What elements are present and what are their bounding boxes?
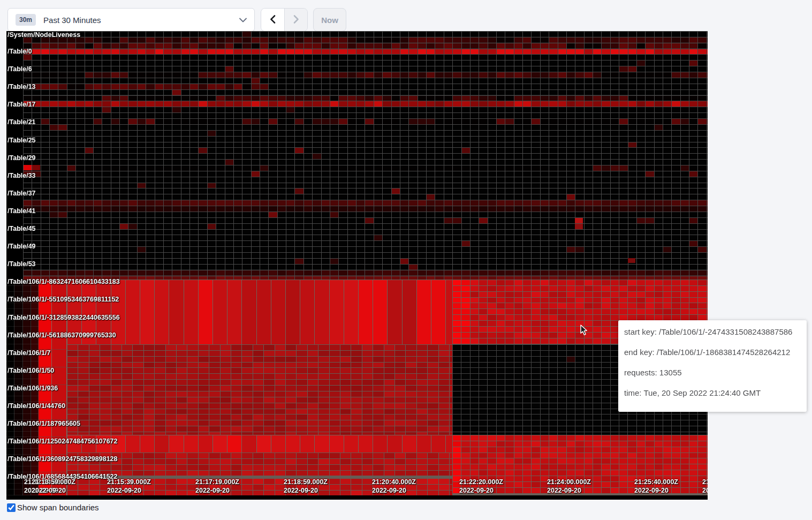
prev-time-button[interactable] (261, 9, 284, 31)
now-button[interactable]: Now (313, 8, 346, 32)
tooltip-end-key: end key: /Table/106/1/-18683814745282642… (624, 348, 801, 357)
chevron-left-icon (269, 14, 277, 26)
time-range-select[interactable]: 30m Past 30 Minutes (7, 8, 255, 32)
tooltip-start-key: start key: /Table/106/1/-247433150824388… (624, 327, 801, 336)
time-range-badge: 30m (16, 14, 36, 26)
show-span-boundaries-checkbox[interactable] (7, 503, 16, 512)
tooltip-time: time: Tue, 20 Sep 2022 21:24:40 GMT (624, 388, 801, 397)
show-span-boundaries-label: Show span boundaries (17, 503, 99, 512)
footer-controls: Show span boundaries (7, 503, 99, 512)
heatmap-canvas[interactable] (6, 31, 708, 500)
chevron-right-icon (292, 14, 300, 26)
time-range-label: Past 30 Minutes (43, 16, 101, 25)
key-visualizer-page: 30m Past 30 Minutes Now /System/NodeLive… (0, 0, 812, 520)
mouse-cursor-icon (580, 325, 589, 338)
tooltip-requests: requests: 13055 (624, 368, 801, 377)
time-nav-button-group (261, 8, 308, 32)
next-time-button[interactable] (284, 9, 307, 31)
chevron-down-icon (239, 18, 247, 22)
hover-tooltip: start key: /Table/106/1/-247433150824388… (618, 320, 807, 412)
key-visualizer-heatmap[interactable]: /System/NodeLiveness/Table/0/Table/6/Tab… (6, 31, 708, 500)
